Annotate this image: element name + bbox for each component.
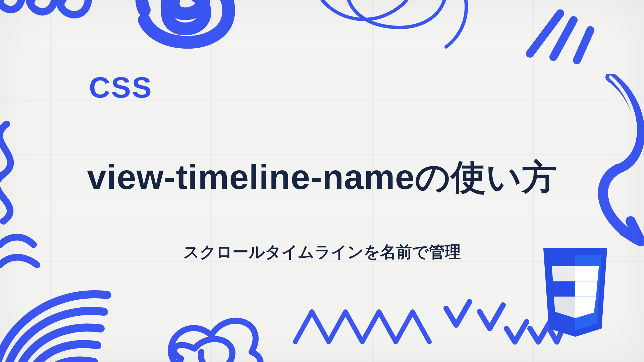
arrow-curve-icon xyxy=(590,74,644,248)
page-title: view-timeline-nameの使い方 xyxy=(87,154,557,201)
zigzag-icon xyxy=(292,302,433,355)
page-subtitle: スクロールタイムラインを名前で管理 xyxy=(183,241,461,263)
burst-lines-top-icon xyxy=(517,3,604,64)
css3-shield-icon xyxy=(530,248,621,349)
category-label: CSS xyxy=(89,70,153,105)
scribble-blob-icon xyxy=(124,0,258,60)
arcs-concentric-icon xyxy=(0,268,121,362)
slide-canvas: CSS view-timeline-nameの使い方 スクロールタイムラインを名… xyxy=(0,0,644,362)
loops-doodle-icon xyxy=(0,0,104,60)
wave-left-icon xyxy=(0,121,40,235)
spiral-large-icon xyxy=(288,0,476,67)
scribble-cloud-icon xyxy=(161,302,275,362)
short-strokes-icon xyxy=(0,231,50,282)
